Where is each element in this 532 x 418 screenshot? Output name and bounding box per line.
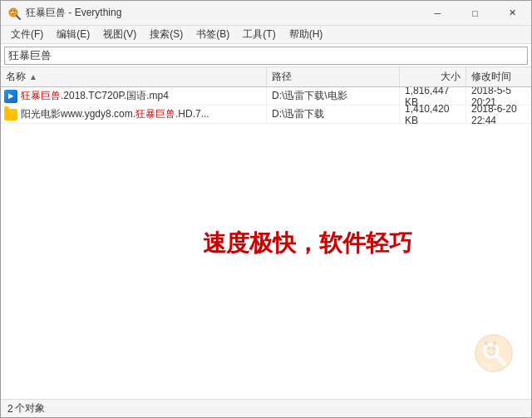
file-path-cell: D:\迅雷下载\电影	[267, 87, 400, 105]
video-file-icon: ▶	[4, 90, 17, 103]
status-count: 2	[7, 403, 13, 415]
file-name-cell: ▶ 狂暴巨兽.2018.TC720P.国语.mp4	[1, 87, 267, 105]
file-name-cell: 阳光电影www.ygdy8.com.狂暴巨兽.HD.7...	[1, 106, 267, 123]
column-name-header[interactable]: 名称 ▲	[1, 67, 267, 86]
column-size-header[interactable]: 大小	[400, 67, 466, 86]
window-title: 狂暴巨兽 - Everything	[26, 6, 121, 20]
menu-edit[interactable]: 编辑(E)	[50, 27, 96, 43]
file-list: ▶ 狂暴巨兽.2018.TC720P.国语.mp4 D:\迅雷下载\电影 1,8…	[1, 87, 531, 399]
table-row[interactable]: 阳光电影www.ygdy8.com.狂暴巨兽.HD.7... D:\迅雷下载 1…	[1, 106, 531, 124]
sort-arrow-icon: ▲	[29, 72, 37, 81]
title-bar-left: 狂暴巨兽 - Everything	[7, 6, 121, 20]
watermark-text: 速度极快，软件轻巧	[203, 228, 412, 259]
column-header: 名称 ▲ 路径 大小 修改时间	[1, 67, 531, 87]
main-window: 狂暴巨兽 - Everything ─ □ ✕ 文件(F) 编辑(E) 视图(V…	[0, 0, 532, 418]
folder-icon	[4, 108, 17, 121]
status-label: 个对象	[15, 401, 45, 416]
close-button[interactable]: ✕	[494, 1, 531, 26]
maximize-button[interactable]: □	[456, 1, 494, 26]
file-name-text: 狂暴巨兽.2018.TC720P.国语.mp4	[21, 89, 169, 103]
column-modified-header[interactable]: 修改时间	[466, 67, 531, 86]
file-name-text: 阳光电影www.ygdy8.com.狂暴巨兽.HD.7...	[21, 107, 209, 121]
svg-text:百度: 百度	[480, 364, 493, 371]
app-icon	[7, 7, 21, 20]
menu-tools[interactable]: 工具(T)	[236, 27, 282, 43]
window-controls: ─ □ ✕	[419, 1, 531, 26]
menu-help[interactable]: 帮助(H)	[283, 27, 330, 43]
title-bar: 狂暴巨兽 - Everything ─ □ ✕	[1, 1, 531, 26]
file-name-highlight: 狂暴巨兽	[21, 90, 61, 101]
column-name-label: 名称	[6, 70, 26, 84]
menu-file[interactable]: 文件(F)	[4, 27, 50, 43]
menu-view[interactable]: 视图(V)	[96, 27, 143, 43]
file-modified-cell: 2018-6-20 22:44	[466, 106, 531, 123]
search-input[interactable]	[8, 49, 524, 61]
watermark-logo: 百度	[473, 332, 515, 374]
menu-bookmark[interactable]: 书签(B)	[190, 27, 236, 43]
column-path-header[interactable]: 路径	[267, 67, 400, 86]
svg-point-3	[13, 10, 15, 12]
svg-point-4	[11, 10, 12, 12]
svg-line-2	[17, 16, 20, 19]
menu-search[interactable]: 搜索(S)	[143, 27, 190, 43]
svg-point-8	[487, 347, 490, 350]
file-name-highlight: 狂暴巨兽	[135, 108, 175, 120]
status-bar: 2 个对象	[1, 399, 531, 417]
menu-bar: 文件(F) 编辑(E) 视图(V) 搜索(S) 书签(B) 工具(T) 帮助(H…	[1, 26, 531, 44]
search-input-wrapper[interactable]	[4, 47, 528, 65]
minimize-button[interactable]: ─	[419, 1, 456, 26]
search-bar	[1, 44, 531, 67]
file-size-cell: 1,410,420 KB	[400, 106, 466, 123]
file-path-cell: D:\迅雷下载	[267, 106, 400, 123]
svg-point-9	[492, 347, 495, 350]
